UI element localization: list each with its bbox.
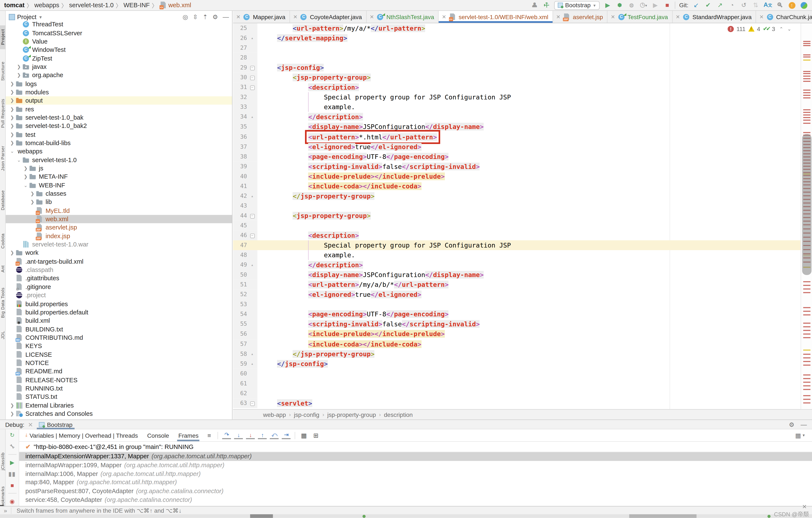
code-line-29[interactable]: 29− <jsp-config> — [233, 63, 801, 73]
run-config-selector[interactable]: Bootstrap▼ — [554, 1, 600, 9]
tree-item-servelet-test-1-0-bak2[interactable]: ❯servelet-test-1.0_bak2 — [6, 122, 232, 130]
code-line-46[interactable]: 46− <description> — [233, 231, 801, 240]
chevron-right-icon[interactable]: ❯ — [9, 89, 16, 94]
tree-item-lib[interactable]: ❯lib — [6, 198, 232, 206]
tree-item-tomcatsslserver[interactable]: TomcatSSLServer — [6, 29, 232, 37]
code-line-30[interactable]: 30− <jsp-property-group> — [233, 73, 801, 82]
code-line-31[interactable]: 31− <description> — [233, 82, 801, 92]
tree-item-release-notes[interactable]: RELEASE-NOTES — [6, 376, 232, 384]
tool-stripe-ant[interactable]: Ant — [0, 261, 6, 277]
chevron-right-icon[interactable]: ❯ — [9, 140, 16, 146]
tree-item-contributing-md[interactable]: CONTRIBUTING.md — [6, 334, 232, 342]
tool-stripe-pull-requests[interactable]: Pull Requests — [0, 94, 6, 133]
code-line-42[interactable]: 42▴ </jsp-property-group> — [233, 191, 801, 201]
error-mark[interactable] — [803, 314, 811, 316]
close-icon[interactable]: ✕ — [370, 14, 374, 20]
evaluate-icon[interactable]: ▦ — [299, 431, 308, 439]
fold-start-icon[interactable]: − — [250, 401, 255, 406]
scrollbar-thumb[interactable] — [802, 134, 812, 275]
gear-icon[interactable]: ⚙ — [789, 421, 794, 428]
close-icon[interactable]: ✕ — [676, 14, 680, 20]
tool-stripe-jdl[interactable]: JDL — [0, 328, 6, 342]
editor-tab-standardwrapper-java[interactable]: ✕StandardWrapper.java — [673, 11, 756, 23]
code-line-39[interactable]: 39 <scripting-invalid>false</scripting-i… — [233, 162, 801, 171]
code-line-40[interactable]: 40 <include-prelude></include-prelude> — [233, 171, 801, 181]
chevron-right-icon[interactable]: ❯ — [16, 73, 22, 78]
xml-breadcrumb-item[interactable]: jsp-property-group — [327, 411, 376, 418]
tree-item-webapps[interactable]: ⌄webapps — [6, 147, 232, 156]
wrench-icon[interactable]: 🔧︎ — [8, 443, 16, 450]
error-mark[interactable] — [803, 57, 811, 58]
tool-stripe-big-data-tools[interactable]: Big Data Tools — [0, 283, 6, 323]
code-line-62[interactable]: 62 — [233, 388, 801, 398]
tree-item-js[interactable]: ❯js — [6, 164, 232, 173]
error-mark[interactable] — [803, 354, 811, 355]
code-line-26[interactable]: 26▴ </servlet-mapping> — [233, 33, 801, 43]
chevron-right-icon[interactable]: ❯ — [9, 403, 16, 408]
error-mark[interactable] — [803, 334, 811, 335]
code-line-61[interactable]: 61 — [233, 378, 801, 388]
search-icon[interactable]: 🔍︎ — [776, 1, 784, 9]
error-mark[interactable] — [803, 90, 811, 91]
tree-item-classes[interactable]: ❯classes — [6, 190, 232, 198]
tool-stripe-jclasslib[interactable]: jClasslib — [0, 449, 6, 474]
git-update-icon[interactable]: ↙ — [692, 1, 700, 9]
chevron-right-icon[interactable]: ❯ — [9, 107, 16, 112]
tree-item-running-txt[interactable]: RUNNING.txt — [6, 384, 232, 393]
debug-view-tab-variables[interactable]: ⤓Variables | Memory | Overhead | Threads — [21, 429, 142, 441]
tree-item-build-xml[interactable]: build.xml — [6, 316, 232, 325]
error-mark[interactable] — [803, 45, 811, 46]
breadcrumb-item[interactable]: web.xml — [168, 1, 191, 9]
code-line-38[interactable]: 38 <page-encoding>UTF-8</page-encoding> — [233, 151, 801, 161]
code-line-43[interactable]: 43 — [233, 201, 801, 210]
warning-mark[interactable] — [803, 59, 811, 61]
code-line-48[interactable]: 48 example. — [233, 250, 801, 260]
pause-icon[interactable]: ▮▮ — [8, 470, 16, 478]
chevron-down-icon[interactable]: ⌄ — [16, 157, 22, 162]
code-line-35[interactable]: 35 <display-name>JSPConfiguration</displ… — [233, 122, 801, 132]
error-mark[interactable] — [803, 389, 811, 390]
editor-tab-coyoteadapter-java[interactable]: ✕CoyoteAdapter.java — [290, 11, 367, 23]
coverage-icon[interactable]: ◍ — [627, 1, 636, 9]
tree-item-servelet-test-1-0-war[interactable]: servelet-test-1.0.war — [6, 240, 232, 249]
chevron-right-icon[interactable]: ❯ — [9, 132, 16, 137]
threads-view-icon[interactable]: ≡ — [205, 431, 213, 439]
debug-bug-icon[interactable]: ⬢ — [615, 1, 624, 9]
tree-item-logs[interactable]: ❯logs — [6, 80, 232, 88]
expand-all-icon[interactable]: ⇳ — [193, 13, 198, 21]
tool-stripe-project[interactable]: Project — [0, 25, 6, 49]
layout-settings-icon[interactable]: ▦ — [795, 432, 801, 439]
gear-icon[interactable]: ⚙ — [212, 13, 218, 21]
tree-item--ant-targets-build-xml[interactable]: .ant-targets-build.xml — [6, 257, 232, 266]
close-icon[interactable]: ✕ — [759, 14, 763, 20]
sphere-icon[interactable] — [800, 1, 808, 9]
resume-icon[interactable]: ▶ — [8, 459, 16, 466]
debug-session-tab[interactable]: Bootstrap — [36, 420, 75, 429]
tree-item--gitattributes[interactable]: .gitattributes — [6, 274, 232, 283]
code-line-54[interactable]: 54 <page-encoding>UTF-8</page-encoding> — [233, 309, 801, 319]
code-line-25[interactable]: 25 <url-pattern>/my/a/*</url-pattern> — [233, 23, 801, 33]
tree-item-test[interactable]: ❯test — [6, 130, 232, 139]
code-line-56[interactable]: 56 <include-prelude></include-prelude> — [233, 329, 801, 339]
code-line-55[interactable]: 55 <scripting-invalid>false</scripting-i… — [233, 319, 801, 329]
git-commit-icon[interactable]: ✔ — [704, 1, 712, 9]
next-issue-icon[interactable]: ⌄ — [787, 26, 791, 31]
tree-item-building-txt[interactable]: BUILDING.txt — [6, 325, 232, 334]
chevron-right-icon[interactable]: ❯ — [9, 411, 16, 416]
step-out-icon[interactable]: ↑ — [258, 431, 267, 439]
error-mark[interactable] — [803, 361, 811, 362]
tree-item-output[interactable]: ❯output — [6, 96, 232, 105]
error-mark[interactable] — [803, 54, 811, 55]
tree-item-external-libraries[interactable]: ❯External Libraries — [6, 401, 232, 410]
editor-tab-mapper-java[interactable]: ✕Mapper.java — [233, 11, 290, 23]
hammer-icon[interactable]: ⚒︎ — [542, 1, 551, 9]
update-app-icon[interactable]: ↑ — [788, 1, 796, 9]
chevron-right-icon[interactable]: ❯ — [16, 64, 22, 69]
fold-start-icon[interactable]: − — [250, 233, 255, 238]
tree-item-readme-md[interactable]: README.md — [6, 367, 232, 376]
code-line-57[interactable]: 57 <include-coda></include-coda> — [233, 339, 801, 349]
tool-stripe-structure[interactable]: Structure — [0, 57, 6, 86]
tree-item-build-properties-default[interactable]: build.properties.default — [6, 308, 232, 317]
breadcrumb-item[interactable]: tomcat — [4, 1, 25, 9]
tree-item-modules[interactable]: ❯modules — [6, 88, 232, 96]
